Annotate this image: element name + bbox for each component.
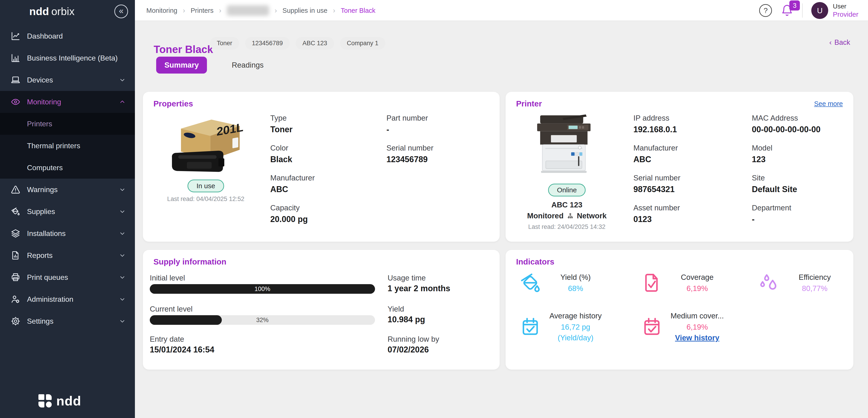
- chevron-down-icon: [119, 186, 126, 193]
- breadcrumb-separator-icon: ›: [275, 6, 277, 14]
- brand-light: orbix: [51, 5, 74, 18]
- line-chart-icon: [10, 31, 21, 41]
- footer-brand-text: ndd: [56, 393, 81, 408]
- chevron-down-icon: [119, 252, 126, 259]
- help-icon: ?: [764, 6, 768, 15]
- sidebar: nddorbix « Dashboard Business Intelligen…: [0, 0, 135, 418]
- yield-value: 10.984 pg: [388, 315, 425, 324]
- bar-chart-icon: [10, 53, 21, 63]
- sidebar-item-dashboard[interactable]: Dashboard: [0, 25, 135, 47]
- breadcrumb-supplies-in-use[interactable]: Supplies in use: [282, 7, 328, 14]
- user-gear-icon: [10, 294, 21, 304]
- indicator-coverage: Coverage 6,19%: [641, 272, 727, 294]
- sidebar-item-label: Administration: [27, 295, 113, 304]
- chevron-up-icon: [119, 99, 126, 105]
- view-history-link[interactable]: View history: [675, 334, 719, 342]
- indicator-average-history: Average history 16,72 pg (Yield/day): [519, 312, 605, 342]
- breadcrumb-redacted-item[interactable]: [227, 5, 269, 16]
- initial-level-label: Initial level: [150, 274, 185, 282]
- sidebar-item-print-queues[interactable]: Print queues: [0, 266, 135, 288]
- toner-product-image: 201L: [165, 111, 247, 179]
- printer-icon: [10, 272, 21, 282]
- current-level-percent: 32%: [150, 315, 375, 325]
- eye-icon: [10, 97, 21, 107]
- indicator-value: 6,19%: [668, 323, 727, 331]
- calendar-check-icon: [519, 316, 541, 338]
- printer-media: Online ABC 123 Monitored Network Last re…: [521, 111, 613, 231]
- user-menu[interactable]: U User Provider: [811, 2, 858, 19]
- entry-date-label: Entry date: [150, 335, 184, 344]
- indicator-yield-percent: Yield (%) 68%: [519, 272, 605, 294]
- tab-summary[interactable]: Summary: [156, 57, 207, 74]
- sidebar-item-label: Monitoring: [27, 98, 113, 106]
- sidebar-subitem-printers[interactable]: Printers: [0, 113, 135, 135]
- breadcrumb-separator-icon: ›: [333, 6, 335, 14]
- report-document-icon: [10, 250, 21, 260]
- printer-last-read: Last read: 24/04/2025 14:32: [521, 223, 613, 231]
- back-label: Back: [834, 38, 850, 46]
- paint-bucket-icon: [10, 207, 21, 216]
- see-more-link[interactable]: See more: [814, 100, 843, 108]
- printer-fields-column-2: MAC Address 00-00-00-00-00-00 Model 123 …: [752, 114, 848, 234]
- sidebar-item-warnings[interactable]: Warnings: [0, 179, 135, 201]
- sidebar-item-installations[interactable]: Installations: [0, 222, 135, 244]
- tab-readings[interactable]: Readings: [223, 57, 272, 74]
- sidebar-item-business-intelligence[interactable]: Business Intelligence (Beta): [0, 47, 135, 69]
- monitored-label: Monitored: [527, 211, 563, 220]
- indicator-efficiency: Efficiency 80,77%: [758, 272, 844, 294]
- chevron-down-icon: [119, 76, 126, 83]
- back-button[interactable]: ‹ Back: [829, 38, 850, 46]
- user-name: User: [833, 2, 858, 10]
- paint-bucket-icon: [519, 272, 541, 294]
- back-chevron-icon: ‹: [829, 38, 832, 46]
- printer-card-title: Printer: [516, 99, 542, 108]
- breadcrumb-monitoring[interactable]: Monitoring: [146, 7, 177, 14]
- printer-monitored-row: Monitored Network: [521, 211, 613, 220]
- notifications-button[interactable]: 3: [781, 4, 794, 17]
- sidebar-item-label: Supplies: [27, 207, 113, 216]
- help-button[interactable]: ?: [759, 4, 772, 17]
- chevron-down-icon: [119, 296, 126, 303]
- properties-card-title: Properties: [153, 99, 193, 108]
- sidebar-item-administration[interactable]: Administration: [0, 288, 135, 310]
- tag-type: Toner: [210, 37, 239, 49]
- indicator-label: Coverage: [668, 273, 727, 281]
- calendar-check-icon: [641, 316, 663, 338]
- indicator-label: Average history: [546, 312, 605, 319]
- field-serial-number: Serial number 123456789: [386, 144, 492, 174]
- gear-icon: [10, 316, 21, 326]
- collapse-icon: «: [119, 7, 123, 15]
- topbar: Monitoring › Printers › › Supplies in us…: [135, 0, 868, 21]
- tabs: Summary Readings: [156, 57, 272, 74]
- properties-fields-column-2: Part number - Serial number 123456789: [386, 114, 492, 174]
- tag-company: Company 1: [340, 37, 385, 49]
- sidebar-subitem-thermal-printers[interactable]: Thermal printers: [0, 135, 135, 157]
- warning-triangle-icon: [10, 184, 21, 195]
- sidebar-item-settings[interactable]: Settings: [0, 310, 135, 332]
- yield-label: Yield: [388, 305, 404, 313]
- water-drops-icon: [758, 272, 780, 294]
- printer-card: Printer See more: [505, 92, 854, 242]
- sidebar-item-monitoring[interactable]: Monitoring: [0, 91, 135, 113]
- sidebar-subitem-label: Printers: [27, 120, 52, 128]
- breadcrumb-separator-icon: ›: [219, 6, 221, 14]
- breadcrumb-toner-black[interactable]: Toner Black: [341, 7, 375, 14]
- laptop-icon: [10, 75, 21, 85]
- field-ip-address: IP address 192.168.0.1: [633, 114, 745, 144]
- field-part-number: Part number -: [386, 114, 492, 144]
- chevron-down-icon: [119, 274, 126, 281]
- chevron-down-icon: [119, 230, 126, 237]
- network-label: Network: [577, 211, 607, 220]
- entry-date-value: 15/01/2024 16:54: [150, 345, 214, 354]
- sidebar-item-devices[interactable]: Devices: [0, 69, 135, 91]
- sidebar-item-supplies[interactable]: Supplies: [0, 201, 135, 222]
- layers-icon: [10, 229, 21, 239]
- breadcrumb-printers[interactable]: Printers: [191, 7, 214, 14]
- sidebar-subitem-computers[interactable]: Computers: [0, 157, 135, 179]
- sidebar-item-reports[interactable]: Reports: [0, 244, 135, 266]
- breadcrumb-separator-icon: ›: [183, 6, 185, 14]
- field-manufacturer: Manufacturer ABC: [270, 174, 380, 204]
- initial-level-progressbar: 100%: [150, 284, 375, 294]
- sidebar-item-label: Warnings: [27, 185, 113, 194]
- sidebar-collapse-button[interactable]: «: [114, 5, 128, 18]
